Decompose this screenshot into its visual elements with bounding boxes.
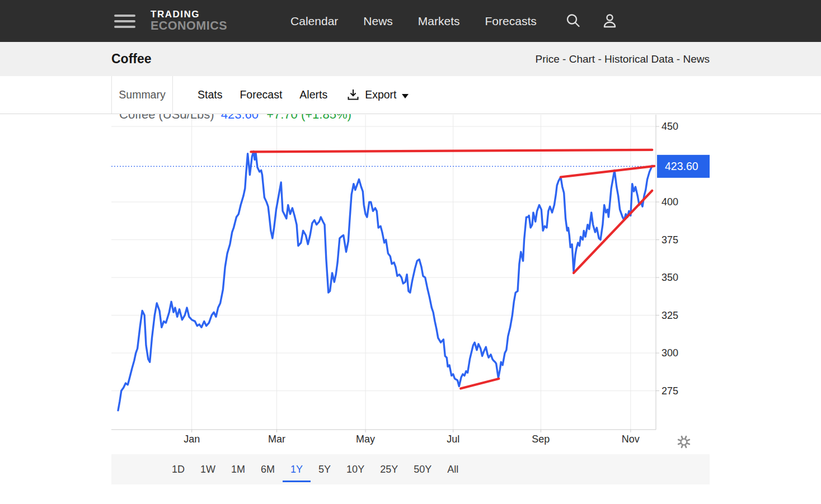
y-axis-label: 275	[662, 385, 678, 397]
tab-forecast[interactable]: Forecast	[240, 88, 282, 101]
logo-line2: ECONOMICS	[151, 20, 227, 32]
nav-item-calendar[interactable]: Calendar	[290, 15, 338, 28]
tab-alerts[interactable]: Alerts	[299, 88, 327, 101]
link-news[interactable]: News	[683, 53, 710, 65]
trendline-double-bottom-line	[461, 379, 499, 389]
logo-line1: TRADING	[151, 10, 227, 19]
link-chart[interactable]: Chart	[569, 53, 595, 65]
last-price-badge-text: 423.60	[665, 160, 698, 172]
hamburger-menu-icon[interactable]	[114, 11, 135, 31]
range-button-all[interactable]: All	[439, 457, 466, 482]
user-account-icon[interactable]	[601, 12, 618, 30]
link-historical-data[interactable]: Historical Data	[604, 53, 674, 65]
range-button-5y[interactable]: 5Y	[311, 457, 339, 482]
export-label: Export	[365, 88, 396, 101]
trendline-resistance-line	[251, 150, 652, 152]
range-selector: 1D1W1M6M1Y5Y10Y25Y50YAll	[111, 454, 710, 484]
y-axis-label: 400	[662, 196, 678, 208]
y-axis-label: 450	[662, 121, 678, 132]
x-axis-label: Jan	[184, 434, 200, 445]
range-button-6m[interactable]: 6M	[253, 457, 283, 482]
page-title: Coffee	[111, 51, 152, 67]
related-links: Price - Chart - Historical Data - News	[536, 53, 710, 65]
x-axis-label: Sep	[532, 434, 550, 445]
tab-bar: Summary StatsForecastAlerts Export	[0, 76, 821, 114]
x-axis-label: Nov	[622, 434, 640, 445]
export-button[interactable]: Export	[346, 88, 408, 102]
nav-item-markets[interactable]: Markets	[418, 15, 460, 28]
trendline-rising-wedge-upper	[561, 166, 654, 177]
top-navigation-bar: TRADING ECONOMICS CalendarNewsMarketsFor…	[0, 0, 821, 42]
x-axis-label: May	[356, 434, 375, 445]
header-icons	[565, 12, 618, 30]
chevron-down-icon	[402, 94, 409, 98]
download-icon	[346, 88, 360, 102]
price-line-series	[118, 152, 654, 411]
y-axis-label: 300	[662, 347, 678, 359]
instrument-header: Coffee Price - Chart - Historical Data -…	[0, 42, 821, 76]
nav-item-news[interactable]: News	[363, 15, 393, 28]
x-axis-label: Jul	[447, 434, 459, 445]
chart-panel: Coffee (USd/Lbs) 423.60 +7.70 (+1.85%) 4…	[111, 114, 710, 484]
range-button-1y[interactable]: 1Y	[283, 457, 311, 482]
link-price[interactable]: Price	[536, 53, 560, 65]
price-chart[interactable]: 450400375350325300275JanMarMayJulSepNov4…	[111, 114, 710, 454]
x-axis-label: Mar	[268, 434, 285, 445]
search-icon[interactable]	[565, 12, 582, 30]
nav-item-forecasts[interactable]: Forecasts	[485, 15, 537, 28]
page: TRADING ECONOMICS CalendarNewsMarketsFor…	[0, 0, 821, 504]
y-axis-label: 350	[662, 272, 678, 283]
tab-summary[interactable]: Summary	[111, 76, 173, 114]
range-button-1w[interactable]: 1W	[193, 457, 223, 482]
range-button-25y[interactable]: 25Y	[372, 457, 406, 482]
settings-gear-icon[interactable]	[678, 436, 689, 448]
range-button-1m[interactable]: 1M	[223, 457, 253, 482]
tab-stats[interactable]: Stats	[198, 88, 222, 101]
range-button-10y[interactable]: 10Y	[339, 457, 372, 482]
main-nav: CalendarNewsMarketsForecasts	[290, 15, 537, 28]
y-axis-label: 325	[662, 310, 678, 321]
range-button-1d[interactable]: 1D	[164, 457, 193, 482]
y-axis-label: 375	[662, 234, 678, 246]
trading-economics-logo[interactable]: TRADING ECONOMICS	[151, 10, 227, 32]
range-button-50y[interactable]: 50Y	[406, 457, 439, 482]
